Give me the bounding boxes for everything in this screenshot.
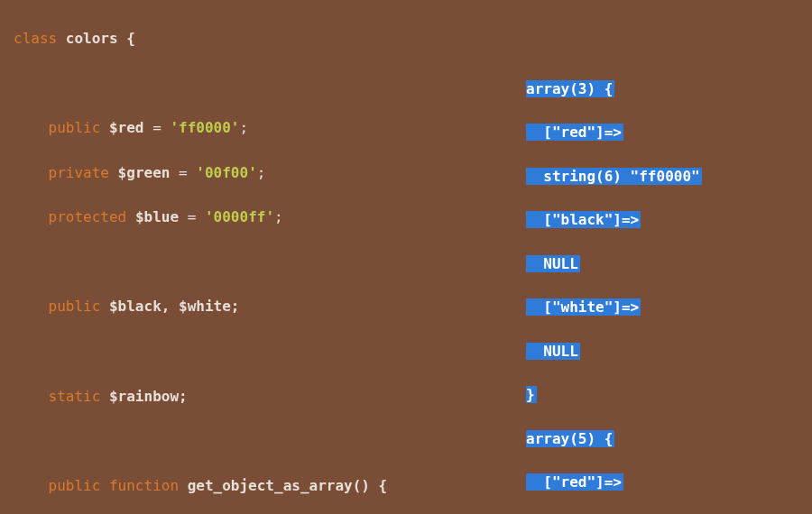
output-line[interactable]: array(3) { <box>526 78 702 100</box>
var-blue: $blue <box>135 208 179 225</box>
selected-text: NULL <box>526 343 580 360</box>
brace: { <box>126 30 135 47</box>
output-line[interactable]: ["red"]=> <box>526 472 702 493</box>
keyword-function: function <box>109 477 179 494</box>
semi: ; <box>239 119 248 136</box>
var-rainbow: $rainbow; <box>109 388 188 405</box>
selected-text: string(6) "ff0000" <box>526 168 702 185</box>
output-line[interactable]: ["black"]=> <box>526 209 702 231</box>
output-line[interactable]: NULL <box>526 341 702 363</box>
code-line[interactable]: public $red = 'ff0000'; <box>14 117 387 140</box>
output-line[interactable]: ["red"]=> <box>526 122 702 143</box>
var-green: $green <box>118 164 171 181</box>
output-line[interactable]: array(5) { <box>526 428 702 450</box>
semi: ; <box>274 208 283 225</box>
keyword-public: public <box>49 119 101 136</box>
code-line[interactable] <box>14 72 387 95</box>
code-line[interactable]: public $black, $white; <box>14 296 387 318</box>
output-panel[interactable]: array(3) { ["red"]=> string(6) "ff0000" … <box>526 56 702 514</box>
output-line[interactable]: ["white"]=> <box>526 297 702 318</box>
keyword-private: private <box>49 164 109 181</box>
eq: = <box>152 119 161 136</box>
selected-text: ["black"]=> <box>526 211 641 228</box>
string-literal: 'ff0000' <box>170 119 239 136</box>
code-editor[interactable]: class colors { public $red = 'ff0000'; p… <box>14 5 387 514</box>
semi: ; <box>257 164 266 181</box>
code-line[interactable] <box>14 430 387 453</box>
output-line[interactable]: string(6) "ff0000" <box>526 166 702 188</box>
eq: = <box>188 208 197 225</box>
keyword-class: class <box>14 30 57 47</box>
keyword-static: static <box>49 388 101 405</box>
code-line[interactable] <box>14 252 387 274</box>
class-name: colors <box>66 30 118 47</box>
code-line[interactable]: public function get_object_as_array() { <box>14 475 387 498</box>
selected-text: } <box>526 386 537 403</box>
keyword-public: public <box>49 298 101 315</box>
selected-text: ["red"]=> <box>526 473 623 491</box>
string-literal: '00f00' <box>196 164 256 181</box>
string-literal: '0000ff' <box>205 208 274 225</box>
vars-black-white: $black, $white; <box>109 298 240 315</box>
selected-text: ["red"]=> <box>526 124 623 141</box>
output-line[interactable]: NULL <box>526 253 702 275</box>
keyword-public: public <box>49 477 101 494</box>
code-line[interactable]: private $green = '00f00'; <box>14 162 387 185</box>
selected-text: NULL <box>526 255 580 272</box>
var-red: $red <box>109 119 144 136</box>
paren: () { <box>353 477 388 494</box>
code-line[interactable]: class colors { <box>14 28 387 50</box>
keyword-protected: protected <box>49 208 127 225</box>
code-line[interactable] <box>14 341 387 363</box>
code-line[interactable]: static $rainbow; <box>14 386 387 408</box>
selected-text: array(3) { <box>526 80 614 97</box>
method-name: get_object_as_array <box>188 477 353 494</box>
selected-text: ["white"]=> <box>526 298 641 316</box>
output-line[interactable]: } <box>526 384 702 406</box>
selected-text: array(5) { <box>526 430 614 447</box>
eq: = <box>179 164 188 181</box>
code-line[interactable]: protected $blue = '0000ff'; <box>14 207 387 229</box>
